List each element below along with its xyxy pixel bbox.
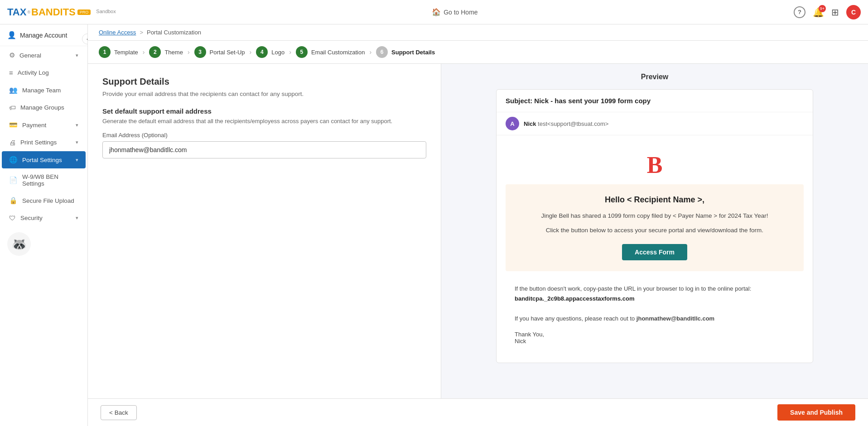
top-nav: TAX ® BANDITS PRO Sandbox 🏠 Go to Home ?… bbox=[0, 0, 868, 24]
question-email: jhonmathew@banditllc.com bbox=[637, 315, 714, 322]
sidebar-item-label-w9-settings: W-9/W8 BEN Settings bbox=[22, 173, 78, 187]
sidebar-item-left: 💳 Payment bbox=[9, 121, 46, 129]
step-label-4: Logo bbox=[271, 49, 285, 56]
form-subtitle: Provide your email address that the reci… bbox=[102, 91, 426, 97]
sender-email-address: test<support@tbsuat.com> bbox=[538, 120, 608, 127]
step-circle-1: 1 bbox=[99, 46, 111, 58]
bottom-bar: < Back Save and Publish bbox=[88, 398, 868, 426]
pro-badge: PRO bbox=[77, 10, 91, 15]
email-body-text: Jingle Bell has shared a 1099 form copy … bbox=[516, 211, 793, 221]
email-body: B Hello < Recipient Name >, Jingle Bell … bbox=[497, 135, 813, 363]
logo-tax: TAX bbox=[7, 6, 26, 18]
chevron-down-icon: ▾ bbox=[76, 157, 78, 163]
sidebar-manage-account[interactable]: 👤 Manage Account bbox=[0, 24, 87, 46]
logo-reg: ® bbox=[27, 10, 30, 14]
sidebar-item-label-payment: Payment bbox=[22, 122, 46, 129]
step-circle-2: 2 bbox=[149, 46, 161, 58]
sidebar-item-left: 🛡 Security bbox=[9, 214, 43, 222]
email-input[interactable] bbox=[102, 141, 426, 158]
step-circle-6: 6 bbox=[376, 46, 388, 58]
manage-account-label: Manage Account bbox=[20, 32, 67, 39]
sidebar-item-label-security: Security bbox=[20, 215, 43, 221]
step-circle-3: 3 bbox=[194, 46, 206, 58]
wizard-step-6[interactable]: 6 Support Details bbox=[376, 46, 435, 58]
sidebar-item-security[interactable]: 🛡 Security ▾ bbox=[2, 210, 86, 226]
logo-bandits: BANDITS bbox=[31, 6, 76, 18]
step-arrow-1: › bbox=[143, 48, 145, 56]
logo-area: TAX ® BANDITS PRO Sandbox bbox=[7, 6, 116, 18]
apps-grid-icon: ⊞ bbox=[831, 7, 839, 17]
sidebar-item-activity-log[interactable]: ≡ Activity Log bbox=[2, 64, 86, 81]
preview-panel: Preview Subject: Nick - has sent your 10… bbox=[441, 64, 868, 426]
sidebar-item-label-secure-file-upload: Secure File Upload bbox=[22, 197, 74, 204]
sidebar-item-portal-settings[interactable]: 🌐 Portal Settings ▾ bbox=[2, 151, 86, 168]
sign-line2: Nick bbox=[515, 338, 795, 345]
breadcrumb-separator: > bbox=[140, 29, 143, 36]
fallback-url: banditcpa._2c9b8.appaccesstaxforms.com bbox=[515, 295, 634, 302]
email-preview-card: Subject: Nick - has sent your 1099 form … bbox=[496, 89, 813, 363]
sidebar-mascot: 🦝 bbox=[0, 227, 87, 261]
manage-groups-icon: 🏷 bbox=[9, 104, 16, 111]
notification-badge: 9+ bbox=[819, 5, 826, 12]
email-fallback: If the button doesn't work, copy-paste t… bbox=[506, 278, 804, 309]
access-form-button[interactable]: Access Form bbox=[622, 244, 687, 260]
sidebar-item-label-activity-log: Activity Log bbox=[18, 69, 49, 76]
breadcrumb-link[interactable]: Online Access bbox=[99, 29, 136, 36]
step-label-2: Theme bbox=[164, 49, 183, 56]
security-icon: 🛡 bbox=[9, 214, 16, 222]
sidebar-item-print-settings[interactable]: 🖨 Print Settings ▾ bbox=[2, 134, 86, 151]
logo-sub: Sandbox bbox=[96, 9, 116, 14]
email-sender: A Nick test<support@tbsuat.com> bbox=[497, 112, 813, 135]
email-body-text2: Click the button below to access your se… bbox=[516, 225, 793, 235]
back-button[interactable]: < Back bbox=[101, 405, 137, 420]
help-button[interactable]: ? bbox=[794, 6, 805, 18]
chevron-down-icon: ▾ bbox=[76, 139, 78, 145]
fallback-prefix: If the button doesn't work, copy-paste t… bbox=[515, 285, 751, 292]
chevron-down-icon: ▾ bbox=[76, 215, 78, 221]
breadcrumb: Online Access > Portal Customization bbox=[88, 24, 868, 41]
notifications-button[interactable]: 🔔 9+ bbox=[813, 7, 824, 18]
help-icon: ? bbox=[794, 6, 805, 18]
wizard-step-2[interactable]: 2 Theme bbox=[149, 46, 183, 58]
breadcrumb-current: Portal Customization bbox=[147, 29, 201, 36]
sidebar-item-secure-file-upload[interactable]: 🔒 Secure File Upload bbox=[2, 192, 86, 209]
sidebar-item-w9-settings[interactable]: 📄 W-9/W8 BEN Settings bbox=[2, 169, 86, 191]
sidebar-item-manage-groups[interactable]: 🏷 Manage Groups bbox=[2, 99, 86, 116]
sidebar-item-left: 🔒 Secure File Upload bbox=[9, 196, 74, 205]
wizard-step-5[interactable]: 5 Email Customization bbox=[296, 46, 365, 58]
wizard-step-3[interactable]: 3 Portal Set-Up bbox=[194, 46, 245, 58]
payment-icon: 💳 bbox=[9, 121, 18, 129]
account-icon: 👤 bbox=[7, 31, 16, 39]
email-subject: Subject: Nick - has sent your 1099 form … bbox=[497, 90, 813, 112]
sidebar-item-manage-team[interactable]: 👥 Manage Team bbox=[2, 81, 86, 99]
sidebar-item-label-manage-team: Manage Team bbox=[22, 87, 61, 94]
sender-info: Nick test<support@tbsuat.com> bbox=[524, 120, 608, 127]
form-panel: Support Details Provide your email addre… bbox=[88, 64, 441, 426]
email-content-box: Hello < Recipient Name >, Jingle Bell ha… bbox=[506, 184, 804, 271]
step-arrow-4: › bbox=[289, 48, 291, 56]
sidebar-item-left: 🏷 Manage Groups bbox=[9, 104, 64, 111]
goto-home-label: Go to Home bbox=[444, 9, 477, 16]
wizard-step-1[interactable]: 1 Template bbox=[99, 46, 138, 58]
sidebar-item-general[interactable]: ⚙ General ▾ bbox=[2, 47, 86, 64]
step-label-3: Portal Set-Up bbox=[210, 49, 245, 56]
step-label-6: Support Details bbox=[391, 49, 435, 56]
section-desc: Generate the default email address that … bbox=[102, 118, 426, 124]
sidebar-item-payment[interactable]: 💳 Payment ▾ bbox=[2, 116, 86, 134]
sidebar: 👤 Manage Account ‹ ⚙ General ▾ ≡ Activit… bbox=[0, 24, 88, 426]
step-label-1: Template bbox=[114, 49, 138, 56]
step-label-5: Email Customization bbox=[311, 49, 365, 56]
wizard-step-4[interactable]: 4 Logo bbox=[256, 46, 285, 58]
sidebar-item-left: 📄 W-9/W8 BEN Settings bbox=[9, 173, 78, 187]
email-field-label: Email Address (Optional) bbox=[102, 132, 426, 139]
save-publish-button[interactable]: Save and Publish bbox=[777, 404, 855, 421]
chevron-down-icon: ▾ bbox=[76, 53, 78, 58]
user-avatar[interactable]: C bbox=[846, 5, 861, 19]
apps-button[interactable]: ⊞ bbox=[831, 7, 839, 18]
goto-home-link[interactable]: 🏠 Go to Home bbox=[432, 8, 477, 16]
email-logo-area: B bbox=[506, 144, 804, 184]
sidebar-item-left: 🖨 Print Settings bbox=[9, 139, 57, 146]
wizard-steps: 1 Template › 2 Theme › 3 Portal Set-Up ›… bbox=[88, 41, 868, 64]
home-icon: 🏠 bbox=[432, 8, 441, 16]
email-logo-letter: B bbox=[506, 153, 804, 177]
